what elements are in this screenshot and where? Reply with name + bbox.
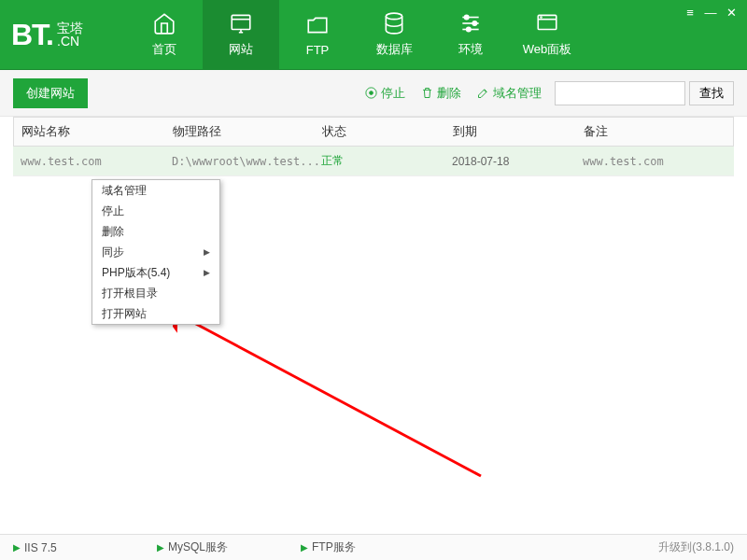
menu-php[interactable]: PHP版本(5.4)▶ [92,262,219,283]
nav: 首页 网站 FTP 数据库 环境 Web面板 [126,0,747,69]
stop-icon [364,86,378,100]
website-icon [229,11,253,35]
svg-rect-0 [232,15,250,29]
menu-stop[interactable]: 停止 [92,201,219,221]
svg-point-8 [465,15,469,19]
create-site-button[interactable]: 创建网站 [13,78,88,108]
domain-action[interactable]: 域名管理 [471,85,547,102]
cell-note: www.test.com [583,155,734,168]
database-icon [382,11,406,35]
svg-point-4 [386,13,402,20]
window-controls: ≡ — ✕ [680,4,741,21]
svg-point-15 [370,91,374,95]
trash-icon [420,86,434,100]
play-icon: ▶ [157,542,164,553]
nav-database[interactable]: 数据库 [356,0,432,69]
menu-sync[interactable]: 同步▶ [92,242,219,262]
version-label[interactable]: 升级到(3.8.1.0) [658,539,734,555]
nav-webpanel[interactable]: Web面板 [509,0,585,69]
col-name[interactable]: 网站名称 [14,123,173,140]
svg-point-10 [467,27,471,31]
chevron-right-icon: ▶ [204,247,210,257]
status-ftp[interactable]: ▶FTP服务 [301,539,422,555]
cell-expiry: 2018-07-18 [452,155,583,168]
logo-subtext: 宝塔 .CN [57,21,83,48]
close-button[interactable]: ✕ [721,4,741,21]
nav-home[interactable]: 首页 [126,0,203,69]
nav-env[interactable]: 环境 [432,0,509,69]
cell-status: 正常 [321,153,452,169]
search-button[interactable]: 查找 [689,81,734,105]
table-row[interactable]: www.test.com D:\wwwroot\www.test... 正常 2… [13,147,734,176]
logo-text: BT. [11,18,53,52]
col-status[interactable]: 状态 [322,123,453,140]
delete-action[interactable]: 删除 [415,85,467,102]
menu-button[interactable]: ≡ [680,4,700,21]
menu-open-root[interactable]: 打开根目录 [92,283,219,303]
minimize-button[interactable]: — [700,4,721,21]
cell-name: www.test.com [13,155,172,168]
home-icon [152,11,176,35]
table: 网站名称 物理路径 状态 到期 备注 www.test.com D:\wwwro… [0,117,747,176]
chevron-right-icon: ▶ [204,268,210,277]
titlebar: BT. 宝塔 .CN 首页 网站 FTP 数据库 环境 Web面板 [0,0,747,70]
ftp-icon [305,13,330,37]
status-services: ▶IIS 7.5 ▶MySQL服务 ▶FTP服务 [13,539,422,555]
col-note[interactable]: 备注 [584,123,733,140]
nav-website[interactable]: 网站 [203,0,279,69]
menu-domain[interactable]: 域名管理 [92,180,219,201]
col-expiry[interactable]: 到期 [453,123,584,140]
cell-path: D:\wwwroot\www.test... [172,155,321,168]
context-menu: 域名管理 停止 删除 同步▶ PHP版本(5.4)▶ 打开根目录 打开网站 [92,179,220,325]
play-icon: ▶ [301,542,308,553]
logo: BT. 宝塔 .CN [0,0,126,69]
table-header: 网站名称 物理路径 状态 到期 备注 [13,117,734,147]
menu-open-site[interactable]: 打开网站 [92,303,219,324]
svg-point-13 [541,17,542,18]
env-icon [458,11,483,35]
svg-point-9 [472,21,476,25]
search-input[interactable] [555,81,685,105]
webpanel-icon [535,11,559,35]
status-mysql[interactable]: ▶MySQL服务 [157,539,278,555]
nav-ftp[interactable]: FTP [279,0,356,69]
status-iis[interactable]: ▶IIS 7.5 [13,539,134,555]
toolbar-right: 停止 删除 域名管理 查找 [359,81,734,105]
menu-delete[interactable]: 删除 [92,221,219,242]
stop-action[interactable]: 停止 [359,85,411,102]
col-path[interactable]: 物理路径 [173,123,322,140]
toolbar: 创建网站 停止 删除 域名管理 查找 [0,70,747,117]
svg-line-16 [180,315,481,476]
statusbar: ▶IIS 7.5 ▶MySQL服务 ▶FTP服务 升级到(3.8.1.0) [0,534,747,560]
edit-icon [476,86,490,100]
annotation-arrow [173,308,490,485]
play-icon: ▶ [13,542,21,553]
